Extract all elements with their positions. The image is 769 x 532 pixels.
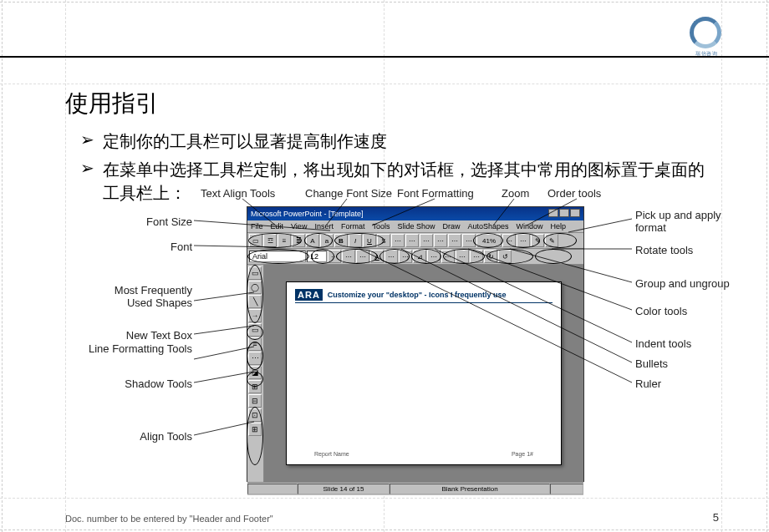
anno-shadow: Shadow Tools [84, 377, 192, 390]
svg-line-8 [194, 326, 254, 334]
menu-slideshow[interactable]: Slide Show [397, 222, 435, 231]
size-dropdown[interactable]: 12 [307, 251, 327, 262]
anno-font-formatting: Font Formatting [397, 187, 474, 200]
shape-btn[interactable]: ▭ [248, 266, 262, 280]
btn[interactable]: ↺ [498, 250, 512, 263]
anno-font: Font [100, 241, 192, 253]
menu-format[interactable]: Format [341, 222, 365, 231]
btn[interactable]: ⋯ [420, 234, 433, 247]
menu-bar[interactable]: File Edit View Insert Format Tools Slide… [247, 220, 583, 233]
anno-text-align: Text Align Tools [201, 187, 275, 200]
align-btn[interactable]: ⊟ [248, 394, 262, 408]
menu-help[interactable]: Help [551, 222, 567, 231]
btn[interactable]: ≣ [292, 234, 305, 247]
btn[interactable]: ≡ [278, 234, 291, 247]
slide-canvas: ARA Customize your "desktop" - Icons I f… [286, 281, 562, 465]
brand-logo: 瑞信咨询 [690, 17, 723, 53]
menu-file[interactable]: File [251, 222, 263, 231]
svg-line-11 [194, 422, 254, 435]
anno-change-font-size: Change Font Size [305, 187, 392, 200]
slide-logo: ARA [295, 289, 323, 301]
btn[interactable]: ⋯ [434, 234, 447, 247]
svg-line-7 [194, 292, 254, 301]
main-toolbar: ▭ ☲ ≡ ≣ A a B I U S ⋯ ⋯ ⋯ ⋯ ⋯ ⋯ 41% ⋯ ⋯ … [247, 233, 583, 249]
anno-indent: Indent tools [635, 337, 744, 350]
menu-draw[interactable]: Draw [442, 222, 460, 231]
btn[interactable]: ⋯ [384, 250, 398, 263]
line-btn[interactable]: ⋯ [248, 352, 262, 365]
btn[interactable]: ✎ [545, 234, 558, 247]
btn[interactable]: ☲ [263, 234, 277, 247]
btn[interactable]: ⋯ [502, 234, 516, 247]
btn[interactable]: ⋯ [405, 234, 419, 247]
font-dropdown[interactable]: Arial [249, 251, 306, 262]
btn[interactable]: ⋯ [470, 250, 483, 263]
anno-zoom: Zoom [502, 187, 529, 200]
workspace: ▭ ◯ ╲ → ▭ ≡ ⋯ ◪ ⊞ ⊟ ⊡ ⊞ ARA Customize yo… [247, 265, 583, 482]
anno-color: Color tools [635, 305, 744, 317]
format-toolbar: Arial 12 ⋯ ⋯ ⋯ A ⋯ ⋯ ⊿ ⋯ ⋯ ⋯ ⋯ ↻ ↺ [247, 249, 583, 265]
align-btn[interactable]: ⊞ [248, 380, 262, 393]
line-btn[interactable]: ≡ [248, 337, 262, 351]
btn[interactable]: I [349, 234, 362, 247]
menu-window[interactable]: Window [517, 222, 543, 231]
menu-tools[interactable]: Tools [372, 222, 390, 231]
btn[interactable]: a [320, 234, 334, 247]
bullet-arrow-icon: ➢ [80, 158, 94, 205]
align-btn[interactable]: ⊡ [248, 408, 262, 422]
zoom-box[interactable]: 41% [476, 234, 502, 247]
btn[interactable]: ⋯ [517, 234, 530, 247]
textbox-btn[interactable]: ▭ [248, 323, 262, 337]
window-title: Microsoft PowerPoint - [Template] [251, 210, 364, 218]
slide-footer-left: Report Name [314, 451, 349, 457]
anno-ruler: Ruler [635, 377, 744, 390]
btn[interactable]: S [377, 234, 390, 247]
slide-footer-right: Page 1# [512, 451, 533, 457]
anno-group: Group and ungroup [635, 277, 752, 290]
svg-line-10 [194, 372, 254, 383]
status-bar: Slide 14 of 15 Blank Presentation [247, 482, 583, 495]
divider-rule [0, 56, 769, 58]
btn[interactable]: ⋯ [342, 250, 355, 263]
page-number: 5 [713, 511, 719, 524]
anno-bullets: Bullets [635, 357, 744, 370]
btn[interactable]: A [370, 250, 384, 263]
slide-title: Customize your "desktop" - Icons I frequ… [328, 291, 507, 299]
menu-autoshapes[interactable]: AutoShapes [467, 222, 508, 231]
btn[interactable]: ⋯ [391, 234, 405, 247]
menu-edit[interactable]: Edit [271, 222, 284, 231]
shape-btn[interactable]: → [248, 309, 262, 322]
btn[interactable]: ⋯ [441, 250, 455, 263]
bullet-text: 定制你的工具栏可以显著提高制作速度 [103, 129, 387, 153]
align-btn[interactable]: ⊞ [248, 423, 262, 436]
menu-insert[interactable]: Insert [314, 222, 334, 231]
btn[interactable]: ↻ [484, 250, 497, 263]
btn[interactable]: ⋯ [448, 234, 461, 247]
btn[interactable]: A [306, 234, 319, 247]
status-slide: Slide 14 of 15 [298, 484, 390, 494]
shape-btn[interactable]: ◯ [248, 281, 262, 294]
menu-view[interactable]: View [291, 222, 307, 231]
shadow-btn[interactable]: ◪ [248, 366, 262, 379]
btn[interactable]: ⋯ [427, 250, 441, 263]
bullet-item: ➢ 定制你的工具栏可以显著提高制作速度 [80, 129, 719, 153]
shape-btn[interactable]: ╲ [248, 295, 262, 308]
footer-left: Doc. number to be entered by "Header and… [65, 514, 273, 524]
btn[interactable]: ⋯ [328, 250, 341, 263]
btn[interactable]: ⋯ [462, 234, 476, 247]
btn[interactable]: B [334, 234, 348, 247]
anno-new-textbox: New Text Box [84, 329, 192, 342]
btn[interactable]: U [363, 234, 376, 247]
window-titlebar: Microsoft PowerPoint - [Template] [247, 207, 583, 220]
btn[interactable]: ⋯ [399, 250, 412, 263]
bullet-arrow-icon: ➢ [80, 129, 94, 153]
btn[interactable]: ⋯ [456, 250, 469, 263]
anno-align: Align Tools [84, 430, 192, 443]
btn[interactable]: ▭ [249, 234, 262, 247]
anno-most-freq: Most Frequently Used Shapes [100, 284, 192, 309]
anno-rotate: Rotate tools [635, 244, 744, 256]
btn[interactable]: ⋯ [356, 250, 369, 263]
btn[interactable]: ⊿ [413, 250, 426, 263]
window-controls[interactable] [547, 209, 580, 219]
btn[interactable]: ✎ [531, 234, 544, 247]
